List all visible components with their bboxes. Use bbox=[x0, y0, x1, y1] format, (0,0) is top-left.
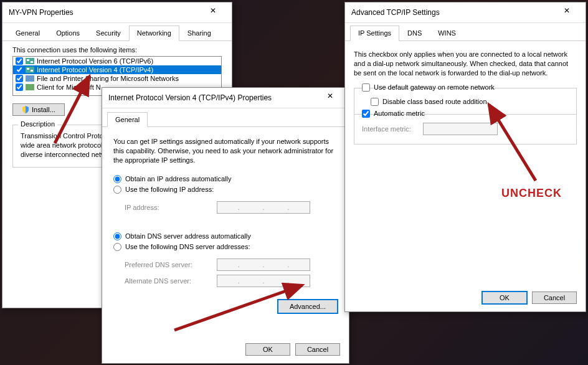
obtain-dns-auto-row[interactable]: Obtain DNS server address automatically bbox=[113, 232, 338, 240]
install-label: Install... bbox=[32, 106, 55, 113]
svg-rect-4 bbox=[27, 68, 29, 70]
item-checkbox[interactable] bbox=[16, 66, 23, 73]
item-checkbox[interactable] bbox=[16, 83, 23, 91]
preferred-dns-label: Preferred DNS server: bbox=[125, 261, 212, 268]
adv-tabs: IP Settings DNS WINS bbox=[345, 23, 586, 41]
adv-help: This checkbox only applies when you are … bbox=[354, 50, 577, 78]
preferred-dns-row: Preferred DNS server: ... bbox=[125, 258, 338, 271]
vpn-titlebar: MY-VPN Properties ✕ bbox=[2, 2, 232, 23]
auto-metric-row[interactable]: Automatic metric bbox=[362, 110, 569, 118]
interface-metric-row: Interface metric: bbox=[362, 123, 569, 135]
use-dns-label: Use the following DNS server addresses: bbox=[125, 243, 250, 250]
svg-rect-6 bbox=[26, 75, 34, 82]
item-label: Client for Microsoft N bbox=[37, 83, 101, 91]
tab-dns[interactable]: DNS bbox=[399, 26, 430, 40]
disable-class-row[interactable]: Disable class based route addition bbox=[371, 98, 569, 106]
protocol-icon bbox=[26, 58, 34, 64]
item-checkbox[interactable] bbox=[16, 75, 23, 82]
ip-address-row: IP address: ... bbox=[125, 201, 338, 214]
tab-general[interactable]: General bbox=[107, 112, 148, 127]
ip-address-input: ... bbox=[217, 201, 310, 214]
metric-group: Automatic metric Interface metric: bbox=[354, 115, 577, 145]
item-checkbox[interactable] bbox=[16, 57, 23, 65]
item-label: Internet Protocol Version 6 (TCP/IPv6) bbox=[37, 57, 153, 65]
obtain-ip-auto-row[interactable]: Obtain an IP address automatically bbox=[113, 175, 338, 183]
connection-items-label: This connection uses the following items… bbox=[12, 46, 222, 54]
close-icon[interactable]: ✕ bbox=[554, 6, 579, 19]
adv-content: This checkbox only applies when you are … bbox=[345, 41, 586, 149]
ipv4-titlebar: Internet Protocol Version 4 (TCP/IPv4) P… bbox=[102, 88, 349, 108]
use-dns-row[interactable]: Use the following DNS server addresses: bbox=[113, 243, 338, 251]
tab-wins[interactable]: WINS bbox=[430, 26, 464, 40]
tab-ip-settings[interactable]: IP Settings bbox=[350, 26, 399, 41]
close-icon[interactable]: ✕ bbox=[201, 6, 225, 19]
svg-rect-2 bbox=[31, 61, 33, 63]
obtain-dns-auto-radio[interactable] bbox=[113, 232, 121, 240]
obtain-dns-auto-label: Obtain DNS server address automatically bbox=[125, 232, 251, 240]
service-icon bbox=[26, 75, 34, 82]
adv-titlebar: Advanced TCP/IP Settings ✕ bbox=[345, 2, 586, 23]
adv-button-bar: OK Cancel bbox=[482, 292, 577, 304]
item-label: Internet Protocol Version 4 (TCP/IPv4) bbox=[37, 66, 153, 73]
shield-icon bbox=[22, 106, 29, 113]
tab-general[interactable]: General bbox=[7, 26, 48, 40]
close-icon[interactable]: ✕ bbox=[318, 92, 343, 104]
ipv4-content: You can get IP settings assigned automat… bbox=[102, 127, 349, 320]
cancel-button[interactable]: Cancel bbox=[532, 292, 577, 304]
svg-rect-1 bbox=[27, 59, 29, 61]
install-button[interactable]: Install... bbox=[12, 103, 65, 116]
interface-metric-label: Interface metric: bbox=[362, 125, 418, 133]
list-item[interactable]: Internet Protocol Version 6 (TCP/IPv6) bbox=[13, 57, 221, 65]
advanced-tcpip-window: Advanced TCP/IP Settings ✕ IP Settings D… bbox=[344, 2, 586, 312]
advanced-label: Advanced... bbox=[290, 303, 326, 310]
use-ip-label: Use the following IP address: bbox=[125, 186, 214, 193]
obtain-ip-auto-label: Obtain an IP address automatically bbox=[125, 175, 231, 183]
use-ip-radio[interactable] bbox=[113, 186, 121, 194]
list-item[interactable]: File and Printer Sharing for Microsoft N… bbox=[13, 74, 221, 83]
svg-rect-5 bbox=[31, 70, 33, 72]
client-icon bbox=[26, 84, 34, 90]
cancel-button[interactable]: Cancel bbox=[295, 343, 340, 356]
svg-rect-7 bbox=[26, 84, 34, 90]
alternate-dns-label: Alternate DNS server: bbox=[125, 277, 212, 285]
tab-options[interactable]: Options bbox=[48, 26, 88, 40]
use-ip-row[interactable]: Use the following IP address: bbox=[113, 186, 338, 194]
disable-class-checkbox[interactable] bbox=[371, 98, 379, 106]
alternate-dns-input: ... bbox=[217, 275, 310, 287]
interface-metric-input bbox=[423, 123, 498, 135]
advanced-button[interactable]: Advanced... bbox=[278, 300, 338, 313]
obtain-ip-auto-radio[interactable] bbox=[113, 175, 121, 183]
auto-metric-label: Automatic metric bbox=[374, 110, 425, 117]
description-legend: Description bbox=[18, 120, 57, 128]
ipv4-help: You can get IP settings assigned automat… bbox=[113, 137, 338, 165]
ip-address-label: IP address: bbox=[125, 204, 212, 211]
default-gateway-label: Use default gateway on remote network bbox=[374, 83, 495, 91]
ip-fields: IP address: ... bbox=[113, 196, 338, 224]
ok-button[interactable]: OK bbox=[245, 343, 290, 356]
tab-security[interactable]: Security bbox=[88, 26, 129, 40]
list-item[interactable]: Internet Protocol Version 4 (TCP/IPv4) bbox=[13, 65, 221, 74]
use-dns-radio[interactable] bbox=[113, 243, 121, 251]
tab-sharing[interactable]: Sharing bbox=[179, 26, 219, 40]
uncheck-callout: UNCHECK bbox=[501, 187, 562, 200]
vpn-tabs: General Options Security Networking Shar… bbox=[2, 23, 232, 41]
ipv4-tabs: General bbox=[102, 108, 349, 127]
preferred-dns-input: ... bbox=[217, 258, 310, 271]
dns-fields: Preferred DNS server: ... Alternate DNS … bbox=[113, 254, 338, 295]
alternate-dns-row: Alternate DNS server: ... bbox=[125, 275, 338, 287]
ipv4-title: Internet Protocol Version 4 (TCP/IPv4) P… bbox=[108, 93, 272, 102]
ipv4-properties-window: Internet Protocol Version 4 (TCP/IPv4) P… bbox=[102, 87, 349, 364]
default-gateway-row[interactable]: Use default gateway on remote network bbox=[362, 83, 569, 92]
ipv4-button-bar: OK Cancel bbox=[245, 343, 340, 356]
item-label: File and Printer Sharing for Microsoft N… bbox=[37, 75, 179, 82]
ok-button[interactable]: OK bbox=[482, 292, 527, 304]
auto-metric-checkbox[interactable] bbox=[362, 110, 370, 118]
adv-title: Advanced TCP/IP Settings bbox=[351, 8, 440, 17]
tab-networking[interactable]: Networking bbox=[129, 26, 179, 41]
disable-class-label: Disable class based route addition bbox=[382, 98, 487, 105]
vpn-title: MY-VPN Properties bbox=[9, 8, 74, 17]
default-gateway-checkbox[interactable] bbox=[362, 83, 370, 92]
protocol-icon bbox=[26, 67, 34, 73]
